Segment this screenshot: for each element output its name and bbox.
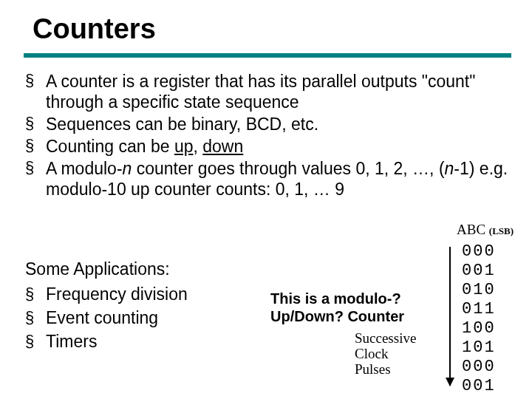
- pulses-line2: Clock: [355, 347, 458, 362]
- clock-pulses-label: Successive Clock Pulses: [355, 331, 458, 378]
- pulses-line1: Successive: [355, 331, 458, 347]
- bullet-4-n2: n: [445, 159, 454, 178]
- seq-row-2: 010: [462, 281, 496, 300]
- bullet-2-text: Sequences can be binary, BCD, etc.: [46, 115, 318, 134]
- app-item-1: Frequency division: [25, 284, 269, 306]
- sequence-header: ABC (LSB): [457, 222, 514, 238]
- modulo-question-line2: Up/Down? Counter: [270, 307, 455, 325]
- applications-block: Some Applications: Frequency division Ev…: [25, 259, 269, 355]
- seq-row-1: 001: [462, 262, 496, 281]
- bullet-3-down: down: [202, 137, 243, 156]
- sequence-header-abc: ABC: [457, 222, 489, 237]
- seq-row-6: 000: [462, 358, 496, 377]
- modulo-question-line1: This is a modulo-?: [270, 290, 455, 307]
- slide-title: Counters: [33, 13, 156, 45]
- main-bullets: A counter is a register that has its par…: [25, 71, 525, 201]
- sequence-header-lsb: (LSB): [489, 225, 514, 236]
- bullet-3: Counting can be up, down: [25, 136, 525, 157]
- bullet-1: A counter is a register that has its par…: [25, 71, 525, 112]
- bullet-3-mid: ,: [194, 137, 203, 156]
- seq-row-5: 101: [462, 338, 496, 358]
- seq-row-7: 001: [462, 377, 496, 396]
- bullet-4-n1: n: [123, 159, 132, 178]
- bullet-4: A modulo-n counter goes through values 0…: [25, 158, 525, 200]
- bullet-1-text: A counter is a register that has its par…: [46, 72, 475, 112]
- bullet-4-pre: A modulo-: [46, 159, 123, 178]
- slide: Counters A counter is a register that ha…: [0, 0, 532, 399]
- app-item-2: Event counting: [25, 307, 269, 330]
- modulo-question: This is a modulo-? Up/Down? Counter: [270, 290, 455, 325]
- pulses-line3: Pulses: [355, 362, 458, 378]
- bullet-3-pre: Counting can be: [46, 137, 174, 156]
- seq-row-3: 011: [462, 300, 496, 319]
- title-underline: [24, 53, 511, 58]
- app-item-2-text: Event counting: [46, 308, 158, 327]
- applications-heading: Some Applications:: [25, 259, 269, 281]
- app-item-3: Timers: [25, 331, 269, 353]
- app-item-3-text: Timers: [46, 332, 97, 351]
- bullet-3-up: up: [174, 137, 194, 156]
- seq-row-4: 100: [462, 319, 496, 338]
- app-item-1-text: Frequency division: [46, 284, 188, 304]
- down-arrow-icon: [449, 247, 451, 386]
- sequence-values: 000 001 010 011 100 101 000 001: [462, 242, 496, 396]
- seq-row-0: 000: [462, 242, 496, 262]
- bullet-4-mid: counter goes through values 0, 1, 2, …, …: [132, 159, 444, 178]
- bullet-2: Sequences can be binary, BCD, etc.: [25, 114, 525, 134]
